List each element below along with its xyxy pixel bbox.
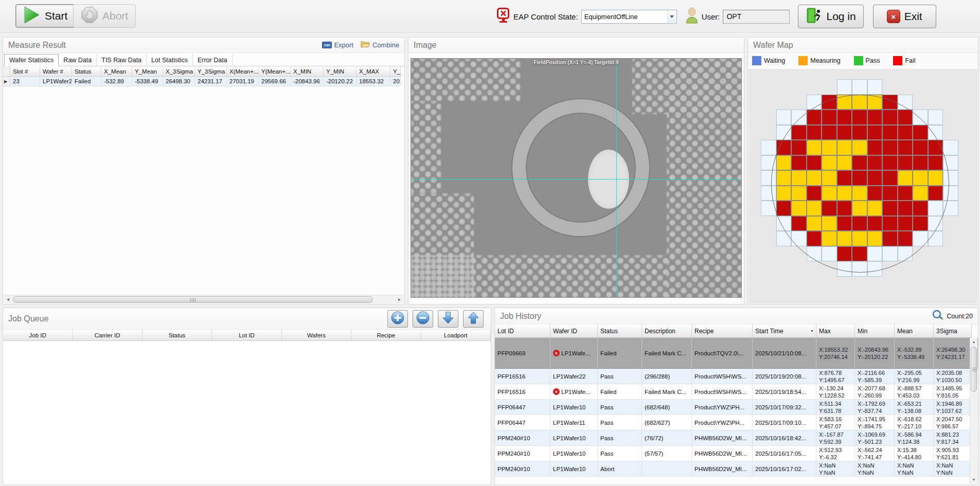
move-up-button[interactable] <box>463 310 484 328</box>
table-row[interactable]: PFP06447LP1Wafer11Pass(682/627)Product\Y… <box>495 415 978 430</box>
scrollbar-grip <box>972 367 976 371</box>
combine-button[interactable]: Combine <box>361 41 399 49</box>
magnifier-icon[interactable] <box>932 309 944 323</box>
column-header-job-id[interactable]: Job ID <box>3 330 73 341</box>
stat-line: Y:20746.14 <box>819 353 848 361</box>
tab-tis-raw-data[interactable]: TIS Raw Data <box>97 54 147 66</box>
wafer-die <box>791 110 807 125</box>
column-header-carrier-id[interactable]: Carrier ID <box>73 330 142 341</box>
login-button[interactable]: Log in <box>798 5 863 28</box>
column-header-min[interactable]: Min <box>855 325 895 338</box>
column-header-x-max[interactable]: X_MAX <box>357 66 390 77</box>
stat-line: X:583.16 <box>819 416 842 423</box>
wafer-die <box>761 186 776 201</box>
dropdown-arrow-icon[interactable] <box>667 11 676 23</box>
column-header-lot-id[interactable]: Lot ID <box>495 325 550 338</box>
column-header-x-mean[interactable]: X_Mean <box>101 66 132 77</box>
tab-raw-data[interactable]: Raw Data <box>59 54 97 66</box>
exit-button[interactable]: × Exit <box>873 5 936 28</box>
scroll-up-icon[interactable]: ▲ <box>970 338 977 346</box>
user-field[interactable]: OPT <box>723 10 790 24</box>
table-row[interactable]: PPM240#10LP1Wafer10Pass(76/72)PHWB56D2W_… <box>495 430 978 446</box>
table-row[interactable]: PFP16516×LP1Wafe...FailedFailed Mark C..… <box>495 384 978 400</box>
column-header-x-min[interactable]: X_MIN <box>291 66 324 77</box>
field-position-overlay: FieldPosition:(X=1 Y=-4) TargetId:9 <box>411 60 741 65</box>
grid-spacer <box>776 246 792 262</box>
column-header-status[interactable]: Status <box>142 330 212 341</box>
exit-button-label: Exit <box>904 10 922 23</box>
wafer-die <box>807 201 822 216</box>
job-queue-buttons <box>387 310 486 328</box>
table-row[interactable]: PFP16516LP1Wafer22Pass(296/288)Product\W… <box>495 369 978 384</box>
max-cell: X:876.78Y:1495.67 <box>816 369 855 384</box>
column-header-status[interactable]: Status <box>598 325 642 338</box>
wafer-die <box>867 216 883 231</box>
tab-wafer-statistics[interactable]: Wafer Statistics <box>4 54 59 66</box>
move-down-button[interactable] <box>438 310 458 328</box>
column-header-max[interactable]: Max <box>816 325 855 338</box>
scroll-left-icon[interactable]: ◄ <box>4 295 12 303</box>
wafer-die <box>791 140 807 155</box>
tab-lot-statistics[interactable]: Lot Statistics <box>147 54 193 66</box>
start-button[interactable]: Start <box>15 4 75 28</box>
column-header-y[interactable]: Y_ <box>390 66 401 77</box>
scroll-right-icon[interactable]: ► <box>395 295 404 303</box>
remove-job-button[interactable] <box>413 310 433 328</box>
grid-spacer <box>791 95 807 110</box>
table-row[interactable]: PFP06447LP1Wafer10Pass(682/648)Product\Y… <box>495 400 978 415</box>
column-header-y-min[interactable]: Y_MIN <box>324 66 357 77</box>
job-history-titlebar: Job History Count:20 <box>495 308 978 325</box>
abort-button[interactable]: Abort <box>73 4 136 28</box>
scrollbar-thumb[interactable] <box>971 347 977 392</box>
vertical-scrollbar[interactable]: ▲ ▼ <box>970 338 977 483</box>
legend-label: Measuring <box>810 57 840 64</box>
wafer-map-title: Wafer Map <box>753 41 793 50</box>
description-cell: (682/627) <box>642 415 692 430</box>
tab-error-data[interactable]: Error Data <box>193 54 233 66</box>
column-header-recipe[interactable]: Recipe <box>692 325 753 338</box>
column-header-label: Min <box>858 328 867 335</box>
column-header-description[interactable]: Description <box>642 325 692 338</box>
scroll-down-icon[interactable]: ▼ <box>970 476 977 483</box>
column-header-wafer-id[interactable]: Wafer ID <box>550 325 598 338</box>
grid-spacer <box>791 261 807 277</box>
column-header-x-mean[interactable]: X(Mean+... <box>227 66 259 77</box>
eap-control-state-dropdown[interactable]: EquipmentOffLine <box>581 10 677 24</box>
wafer-id-label: LP1Wafe... <box>561 350 590 356</box>
stat-line: Y:NaN <box>897 469 914 476</box>
wafer-die <box>761 140 776 155</box>
wafer-die <box>943 140 958 155</box>
column-header-y-mean[interactable]: Y_Mean <box>132 66 163 77</box>
column-header-y-mean[interactable]: Y(Mean+... <box>259 66 291 77</box>
column-header-wafers[interactable]: Wafers <box>282 330 351 341</box>
table-row[interactable]: PPM240#10LP1Wafer10Pass(57/57)PHWB56D2W_… <box>495 446 978 461</box>
legend-item-waiting: Waiting <box>752 56 785 65</box>
table-row[interactable]: PFP09669×LP1Wafe...FailedFailed Mark C..… <box>495 338 978 369</box>
column-header-start-time[interactable]: Start Time▼ <box>753 325 816 338</box>
table-row[interactable]: ▶23LP1Wafer23Failed-532.89-5338.4926498.… <box>3 77 402 86</box>
scrollbar-thumb[interactable] <box>13 296 373 303</box>
table-row[interactable]: PPM240#10LP1Wafer10AbortPHWB56D2W_MI...2… <box>495 461 978 477</box>
grid-spacer <box>913 95 928 110</box>
column-header-wafer[interactable]: Wafer # <box>40 66 72 77</box>
wafer-id-cell: LP1Wafer22 <box>550 369 598 384</box>
column-header-lot-id[interactable]: Lot ID <box>212 330 281 341</box>
horizontal-scrollbar[interactable]: ◄ ► <box>4 295 404 303</box>
wafer-die <box>852 125 867 140</box>
column-header-recipe[interactable]: Recipe <box>351 330 421 341</box>
column-header-loadport[interactable]: Loadport <box>421 330 491 341</box>
column-header-slot[interactable]: Slot # <box>10 66 40 77</box>
export-button[interactable]: csv Export <box>322 41 353 49</box>
column-header-y-3sigma[interactable]: Y_3Sigma <box>195 66 227 77</box>
wafer-id-cell: ×LP1Wafe... <box>550 338 598 368</box>
wafer-die <box>807 140 822 155</box>
grid-spacer <box>761 246 776 262</box>
column-header-3sigma[interactable]: 3Sigma <box>934 325 972 338</box>
column-header-x-3sigma[interactable]: X_3Sigma <box>163 66 195 77</box>
column-header-mean[interactable]: Mean <box>895 325 934 338</box>
job-history-body: PFP09669×LP1Wafe...FailedFailed Mark C..… <box>495 338 978 485</box>
status-cell: Pass <box>598 400 642 415</box>
column-header-status[interactable]: Status <box>72 66 101 77</box>
add-job-button[interactable] <box>387 310 408 328</box>
crosshair-horizontal <box>411 179 742 179</box>
